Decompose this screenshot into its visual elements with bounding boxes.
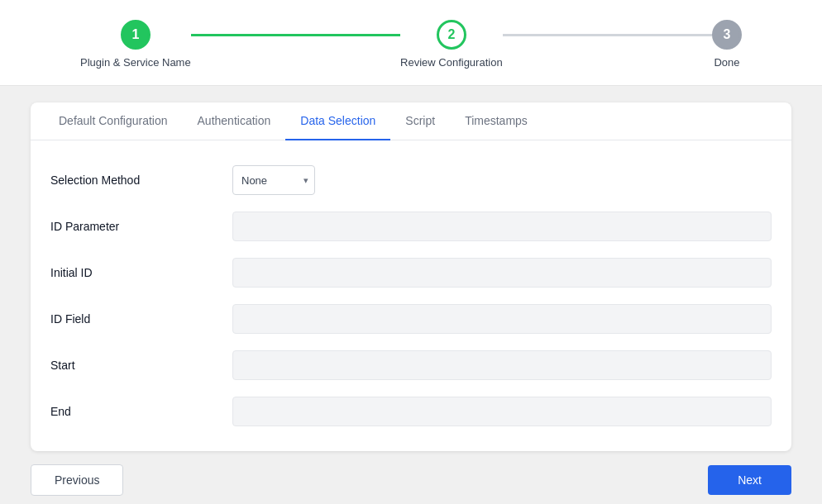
select-selection-method[interactable]: None ID Range Script [232,165,315,195]
tab-timestamps[interactable]: Timestamps [450,102,542,140]
stepper: 1 Plugin & Service Name 2 Review Configu… [0,0,822,86]
tab-script[interactable]: Script [390,102,450,140]
tab-authentication[interactable]: Authentication [183,102,286,140]
label-selection-method: Selection Method [50,174,232,187]
tabs: Default Configuration Authentication Dat… [31,102,791,140]
step-1: 1 Plugin & Service Name [80,20,191,69]
select-wrapper-selection-method: None ID Range Script ▾ [232,165,315,195]
step-1-circle: 1 [121,20,151,50]
label-start: Start [50,359,232,372]
step-1-label: Plugin & Service Name [80,56,191,69]
field-id-field [232,304,772,334]
field-id-parameter [232,212,772,241]
form-row-selection-method: Selection Method None ID Range Script ▾ [50,157,772,203]
card: Default Configuration Authentication Dat… [31,102,791,451]
input-id-field[interactable] [232,304,772,334]
field-selection-method: None ID Range Script ▾ [232,165,772,195]
label-id-field: ID Field [50,312,232,326]
form-content: Selection Method None ID Range Script ▾ [31,140,791,451]
step-2-label: Review Configuration [400,56,503,69]
step-2-circle: 2 [437,20,466,50]
step-line-2 [503,34,712,36]
step-3-circle: 3 [712,20,742,50]
step-3: 3 Done [712,20,742,69]
main-content: Default Configuration Authentication Dat… [0,86,822,504]
form-row-id-field: ID Field [50,296,772,342]
field-end [232,397,772,426]
form-row-end: End [50,388,772,435]
step-line-1 [191,34,400,36]
form-row-id-parameter: ID Parameter [50,203,772,250]
step-2: 2 Review Configuration [400,20,503,69]
input-initial-id[interactable] [232,258,772,288]
input-id-parameter[interactable] [232,212,772,241]
input-end[interactable] [232,397,772,426]
tab-data-selection[interactable]: Data Selection [285,102,390,140]
tab-default-configuration[interactable]: Default Configuration [44,102,183,140]
input-start[interactable] [232,350,772,380]
next-button[interactable]: Next [708,465,791,495]
previous-button[interactable]: Previous [31,464,123,496]
form-row-initial-id: Initial ID [50,250,772,296]
step-3-label: Done [714,56,739,69]
label-id-parameter: ID Parameter [50,220,232,233]
field-start [232,350,772,380]
footer: Previous Next [31,451,791,504]
label-initial-id: Initial ID [50,266,232,279]
form-row-start: Start [50,342,772,388]
field-initial-id [232,258,772,288]
label-end: End [50,405,232,418]
step-container: 1 Plugin & Service Name 2 Review Configu… [80,20,742,69]
